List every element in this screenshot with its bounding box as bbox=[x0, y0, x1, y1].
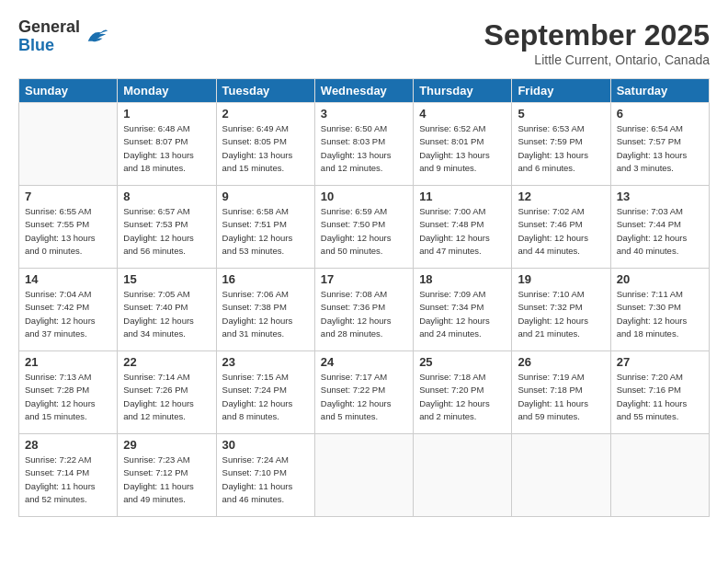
location-subtitle: Little Current, Ontario, Canada bbox=[484, 52, 710, 67]
calendar-day-cell bbox=[414, 434, 512, 517]
day-number: 2 bbox=[222, 107, 309, 121]
day-info: Sunrise: 7:10 AMSunset: 7:32 PMDaylight:… bbox=[518, 288, 604, 340]
calendar-day-cell: 25Sunrise: 7:18 AMSunset: 7:20 PMDayligh… bbox=[414, 351, 512, 434]
day-number: 26 bbox=[518, 355, 604, 369]
day-info: Sunrise: 6:58 AMSunset: 7:51 PMDaylight:… bbox=[222, 205, 309, 258]
day-number: 14 bbox=[25, 272, 111, 286]
calendar-week-row: 14Sunrise: 7:04 AMSunset: 7:42 PMDayligh… bbox=[19, 269, 710, 351]
calendar-day-cell: 14Sunrise: 7:04 AMSunset: 7:42 PMDayligh… bbox=[19, 269, 118, 351]
day-number: 27 bbox=[617, 355, 703, 369]
calendar-day-cell: 3Sunrise: 6:50 AMSunset: 8:03 PMDaylight… bbox=[314, 103, 413, 186]
day-number: 23 bbox=[222, 355, 309, 369]
calendar-day-cell bbox=[314, 434, 413, 517]
calendar-day-cell: 23Sunrise: 7:15 AMSunset: 7:24 PMDayligh… bbox=[216, 351, 314, 434]
calendar-day-cell: 19Sunrise: 7:10 AMSunset: 7:32 PMDayligh… bbox=[512, 269, 610, 351]
day-info: Sunrise: 7:19 AMSunset: 7:18 PMDaylight:… bbox=[518, 371, 604, 423]
day-info: Sunrise: 6:54 AMSunset: 7:57 PMDaylight:… bbox=[617, 122, 703, 175]
day-info: Sunrise: 6:49 AMSunset: 8:05 PMDaylight:… bbox=[222, 122, 309, 175]
month-title: September 2025 bbox=[484, 18, 710, 52]
page-header: General Blue September 2025 Little Curre… bbox=[18, 18, 710, 67]
day-number: 4 bbox=[419, 107, 506, 121]
logo-text: General Blue bbox=[18, 18, 80, 55]
day-info: Sunrise: 6:48 AMSunset: 8:07 PMDaylight:… bbox=[123, 122, 210, 175]
day-number: 5 bbox=[518, 107, 604, 121]
calendar-day-cell: 24Sunrise: 7:17 AMSunset: 7:22 PMDayligh… bbox=[314, 351, 413, 434]
day-number: 24 bbox=[321, 355, 407, 369]
calendar-week-row: 7Sunrise: 6:55 AMSunset: 7:55 PMDaylight… bbox=[19, 186, 710, 269]
day-number: 12 bbox=[518, 190, 604, 203]
day-info: Sunrise: 7:02 AMSunset: 7:46 PMDaylight:… bbox=[518, 205, 604, 258]
day-info: Sunrise: 7:08 AMSunset: 7:36 PMDaylight:… bbox=[321, 288, 407, 340]
calendar-week-row: 28Sunrise: 7:22 AMSunset: 7:14 PMDayligh… bbox=[19, 434, 710, 517]
calendar-day-cell: 6Sunrise: 6:54 AMSunset: 7:57 PMDaylight… bbox=[610, 103, 709, 186]
calendar-day-cell: 20Sunrise: 7:11 AMSunset: 7:30 PMDayligh… bbox=[610, 269, 709, 351]
day-info: Sunrise: 7:00 AMSunset: 7:48 PMDaylight:… bbox=[419, 205, 506, 258]
day-info: Sunrise: 7:09 AMSunset: 7:34 PMDaylight:… bbox=[419, 288, 506, 340]
day-info: Sunrise: 7:24 AMSunset: 7:10 PMDaylight:… bbox=[222, 454, 309, 506]
title-block: September 2025 Little Current, Ontario, … bbox=[484, 18, 710, 67]
day-number: 10 bbox=[321, 190, 407, 203]
day-info: Sunrise: 6:52 AMSunset: 8:01 PMDaylight:… bbox=[419, 122, 506, 175]
day-number: 3 bbox=[321, 107, 407, 121]
calendar-day-cell: 5Sunrise: 6:53 AMSunset: 7:59 PMDaylight… bbox=[512, 103, 610, 186]
calendar-day-cell: 26Sunrise: 7:19 AMSunset: 7:18 PMDayligh… bbox=[512, 351, 610, 434]
day-of-week-header: Sunday bbox=[19, 79, 118, 103]
day-info: Sunrise: 7:17 AMSunset: 7:22 PMDaylight:… bbox=[321, 371, 407, 423]
day-number: 16 bbox=[222, 272, 309, 286]
day-number: 11 bbox=[419, 190, 506, 203]
calendar-day-cell: 30Sunrise: 7:24 AMSunset: 7:10 PMDayligh… bbox=[216, 434, 314, 517]
day-info: Sunrise: 6:53 AMSunset: 7:59 PMDaylight:… bbox=[518, 122, 604, 175]
day-info: Sunrise: 7:03 AMSunset: 7:44 PMDaylight:… bbox=[617, 205, 703, 258]
day-number: 21 bbox=[25, 355, 111, 369]
calendar-table: SundayMondayTuesdayWednesdayThursdayFrid… bbox=[18, 78, 710, 517]
calendar-day-cell bbox=[610, 434, 709, 517]
calendar-day-cell: 10Sunrise: 6:59 AMSunset: 7:50 PMDayligh… bbox=[314, 186, 413, 269]
day-info: Sunrise: 6:50 AMSunset: 8:03 PMDaylight:… bbox=[321, 122, 407, 175]
calendar-day-cell: 9Sunrise: 6:58 AMSunset: 7:51 PMDaylight… bbox=[216, 186, 314, 269]
calendar-day-cell: 4Sunrise: 6:52 AMSunset: 8:01 PMDaylight… bbox=[414, 103, 512, 186]
day-info: Sunrise: 7:18 AMSunset: 7:20 PMDaylight:… bbox=[419, 371, 506, 423]
calendar-day-cell: 22Sunrise: 7:14 AMSunset: 7:26 PMDayligh… bbox=[118, 351, 216, 434]
day-info: Sunrise: 6:55 AMSunset: 7:55 PMDaylight:… bbox=[25, 205, 111, 258]
day-of-week-header: Monday bbox=[118, 79, 216, 103]
day-number: 15 bbox=[123, 272, 210, 286]
logo-bird-icon bbox=[84, 24, 109, 50]
day-number: 28 bbox=[25, 438, 111, 452]
calendar-day-cell: 7Sunrise: 6:55 AMSunset: 7:55 PMDaylight… bbox=[19, 186, 118, 269]
calendar-day-cell: 11Sunrise: 7:00 AMSunset: 7:48 PMDayligh… bbox=[414, 186, 512, 269]
day-number: 17 bbox=[321, 272, 407, 286]
day-number: 6 bbox=[617, 107, 703, 121]
day-info: Sunrise: 7:14 AMSunset: 7:26 PMDaylight:… bbox=[123, 371, 210, 423]
logo-general: General bbox=[18, 17, 80, 36]
calendar-day-cell: 13Sunrise: 7:03 AMSunset: 7:44 PMDayligh… bbox=[610, 186, 709, 269]
day-number: 1 bbox=[123, 107, 210, 121]
calendar-day-cell: 21Sunrise: 7:13 AMSunset: 7:28 PMDayligh… bbox=[19, 351, 118, 434]
day-number: 25 bbox=[419, 355, 506, 369]
day-number: 29 bbox=[123, 438, 210, 452]
day-of-week-header: Tuesday bbox=[216, 79, 314, 103]
day-info: Sunrise: 6:57 AMSunset: 7:53 PMDaylight:… bbox=[123, 205, 210, 258]
day-info: Sunrise: 7:06 AMSunset: 7:38 PMDaylight:… bbox=[222, 288, 309, 340]
day-info: Sunrise: 7:22 AMSunset: 7:14 PMDaylight:… bbox=[25, 454, 111, 506]
calendar-day-cell: 15Sunrise: 7:05 AMSunset: 7:40 PMDayligh… bbox=[118, 269, 216, 351]
day-info: Sunrise: 7:04 AMSunset: 7:42 PMDaylight:… bbox=[25, 288, 111, 340]
calendar-day-cell: 17Sunrise: 7:08 AMSunset: 7:36 PMDayligh… bbox=[314, 269, 413, 351]
day-number: 19 bbox=[518, 272, 604, 286]
calendar-day-cell: 12Sunrise: 7:02 AMSunset: 7:46 PMDayligh… bbox=[512, 186, 610, 269]
day-of-week-header: Friday bbox=[512, 79, 610, 103]
calendar-day-cell: 2Sunrise: 6:49 AMSunset: 8:05 PMDaylight… bbox=[216, 103, 314, 186]
day-info: Sunrise: 7:23 AMSunset: 7:12 PMDaylight:… bbox=[123, 454, 210, 506]
calendar-day-cell: 1Sunrise: 6:48 AMSunset: 8:07 PMDaylight… bbox=[118, 103, 216, 186]
day-number: 13 bbox=[617, 190, 703, 203]
calendar-day-cell: 27Sunrise: 7:20 AMSunset: 7:16 PMDayligh… bbox=[610, 351, 709, 434]
day-info: Sunrise: 7:11 AMSunset: 7:30 PMDaylight:… bbox=[617, 288, 703, 340]
day-info: Sunrise: 7:05 AMSunset: 7:40 PMDaylight:… bbox=[123, 288, 210, 340]
day-number: 8 bbox=[123, 190, 210, 203]
calendar-week-row: 1Sunrise: 6:48 AMSunset: 8:07 PMDaylight… bbox=[19, 103, 710, 186]
calendar-header-row: SundayMondayTuesdayWednesdayThursdayFrid… bbox=[19, 79, 710, 103]
day-number: 20 bbox=[617, 272, 703, 286]
day-number: 30 bbox=[222, 438, 309, 452]
day-number: 22 bbox=[123, 355, 210, 369]
day-number: 18 bbox=[419, 272, 506, 286]
day-number: 7 bbox=[25, 190, 111, 203]
